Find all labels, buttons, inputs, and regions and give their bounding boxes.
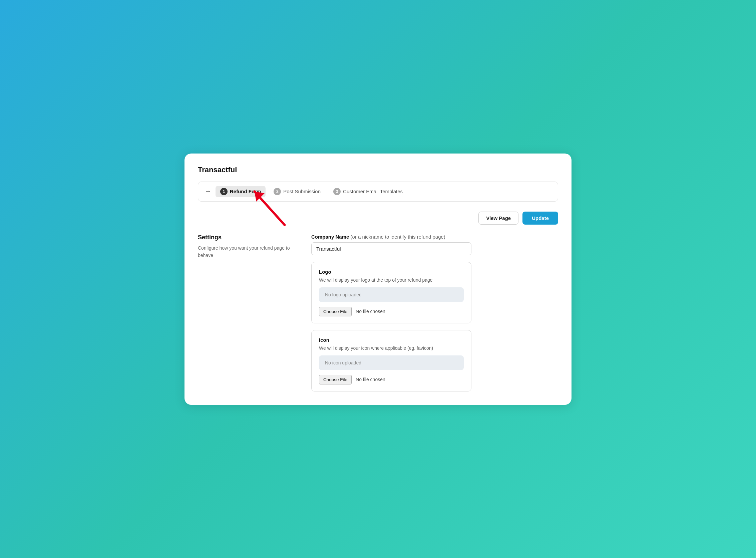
tab-label-refund-form: Refund Form [230,188,261,194]
top-actions: View Page Update [198,211,558,225]
icon-placeholder: No icon uploaded [319,355,464,370]
logo-file-input-row: Choose File No file chosen [319,307,464,316]
tab-label-post-submission: Post Submission [283,188,321,194]
logo-box-description: We will display your logo at the top of … [319,277,464,283]
company-name-label: Company Name (or a nickname to identify … [311,234,558,239]
icon-choose-file-button[interactable]: Choose File [319,375,351,384]
logo-choose-file-button[interactable]: Choose File [319,307,351,316]
tab-number-1: 1 [220,188,228,195]
tab-refund-form[interactable]: 1 Refund Form [215,186,266,197]
tab-number-2: 2 [273,188,281,195]
icon-file-input-row: Choose File No file chosen [319,375,464,384]
nav-arrow-icon: → [205,188,211,195]
main-card: Transactful → 1 Refund Form 2 Post Submi… [184,153,572,405]
main-content: Settings Configure how you want your ref… [198,234,558,391]
view-page-button[interactable]: View Page [478,211,518,225]
app-title: Transactful [198,166,558,174]
icon-box-description: We will display your icon where applicab… [319,346,464,351]
tab-label-customer-email: Customer Email Templates [343,188,403,194]
company-name-input[interactable] [311,242,471,255]
logo-upload-box: Logo We will display your logo at the to… [311,262,471,323]
company-name-sublabel: (or a nickname to identify this refund p… [350,234,445,239]
icon-upload-box: Icon We will display your icon where app… [311,330,471,391]
right-col: Company Name (or a nickname to identify … [311,234,558,391]
left-col: Settings Configure how you want your ref… [198,234,298,391]
tab-post-submission[interactable]: 2 Post Submission [269,186,325,197]
settings-title: Settings [198,234,298,241]
icon-no-file-label: No file chosen [356,377,385,382]
tabs-wrapper: → 1 Refund Form 2 Post Submission 3 Cust… [198,181,558,202]
settings-description: Configure how you want your refund page … [198,244,298,259]
tabs-bar: → 1 Refund Form 2 Post Submission 3 Cust… [198,181,558,202]
company-name-field: Company Name (or a nickname to identify … [311,234,558,255]
logo-placeholder: No logo uploaded [319,287,464,302]
update-button[interactable]: Update [522,211,558,225]
tab-number-3: 3 [333,188,341,195]
logo-no-file-label: No file chosen [356,309,385,314]
icon-box-title: Icon [319,337,464,343]
logo-box-title: Logo [319,269,464,275]
tab-customer-email-templates[interactable]: 3 Customer Email Templates [329,186,407,197]
